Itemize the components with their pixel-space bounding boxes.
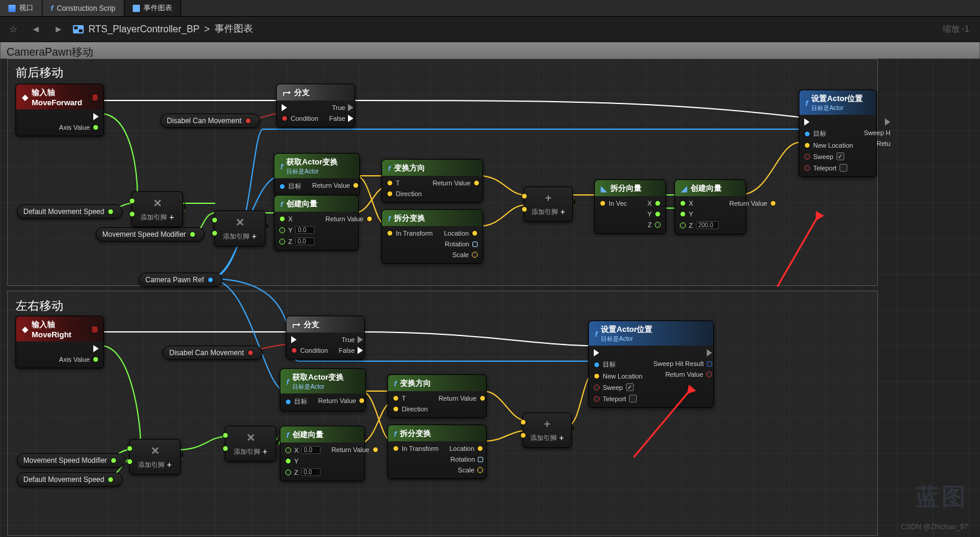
var-speed-modifier-2[interactable]: Movement Speed Modifier	[17, 453, 126, 468]
nav-back-button[interactable]: ◄	[28, 21, 44, 38]
pin-return[interactable]: Return Value	[325, 215, 372, 222]
pin-rotation[interactable]: Rotation	[444, 240, 478, 248]
pin-return[interactable]: Return Value	[312, 182, 359, 189]
get-actor-transform-fwd[interactable]: f获取Actor变换目标是Actor 目标 Return Value	[274, 153, 360, 196]
pin-y[interactable]: Y0.0	[279, 226, 315, 234]
pin-z[interactable]: Z0.0	[279, 237, 315, 245]
teleport-checkbox[interactable]	[839, 164, 847, 172]
multiply-node-2[interactable]: ✕ 添加引脚+	[214, 210, 265, 246]
add-pin-button[interactable]: 添加引脚+	[141, 212, 174, 222]
add-pin-button[interactable]: 添加引脚+	[530, 433, 564, 443]
pin-x[interactable]: X0.0	[285, 446, 320, 454]
pin-return[interactable]: Return Value	[729, 200, 776, 207]
exec-out[interactable]	[864, 118, 891, 126]
exec-out[interactable]	[59, 345, 99, 352]
make-vector-fwd[interactable]: f创建向量 X Y0.0 Z0.0 Return Value	[274, 195, 359, 251]
branch-node-fwd[interactable]: ⮣分支 Condition True False	[276, 84, 355, 127]
pin-in-vec[interactable]: In Vec	[600, 200, 627, 207]
pin-teleport[interactable]: Teleport	[804, 164, 853, 172]
breadcrumb[interactable]: RTS_PlayerController_BP > 事件图表	[73, 23, 253, 35]
pin-x[interactable]: X	[680, 200, 719, 207]
pin-axis-value[interactable]: Axis Value	[59, 124, 99, 131]
transform-direction-fwd[interactable]: f变换方向 T Direction Return Value	[381, 159, 483, 203]
pin-z[interactable]: Z0.0	[285, 468, 320, 476]
pin-y[interactable]: Y	[285, 457, 320, 465]
pin-condition[interactable]: Condition	[291, 347, 328, 354]
pin-true[interactable]: True	[329, 104, 353, 111]
graph-canvas[interactable]: 前后移动 左右移动	[0, 59, 980, 537]
favorite-button[interactable]: ☆	[5, 21, 22, 38]
exec-in[interactable]	[594, 349, 643, 356]
z-input[interactable]: 0.0	[301, 468, 320, 476]
pin-sweep-hit[interactable]: Sweep Hit Result	[654, 360, 712, 367]
pin-y[interactable]: Y	[680, 210, 719, 218]
pin-target[interactable]: 目标	[594, 360, 643, 369]
x-input[interactable]: 0.0	[301, 446, 320, 454]
make-vector-side[interactable]: f创建向量 X0.0 Y Z0.0 Return Value	[280, 426, 365, 481]
pin-teleport[interactable]: Teleport	[594, 395, 643, 402]
pin-true[interactable]: True	[338, 336, 363, 343]
var-disabel-can-movement-2[interactable]: Disabel Can Movement	[163, 346, 262, 360]
pin-sweep-hit[interactable]: Sweep H	[864, 129, 891, 136]
pin-sweep[interactable]: Sweep✓	[804, 152, 853, 160]
break-transform-side[interactable]: f拆分变换 In Transform Location Rotation Sca…	[387, 425, 487, 479]
pin-z[interactable]: Z	[648, 221, 661, 228]
multiply-node-4[interactable]: ✕ 添加引脚+	[225, 426, 276, 462]
teleport-checkbox[interactable]	[629, 395, 637, 402]
get-actor-transform-side[interactable]: f获取Actor变换目标是Actor 目标 Return Value	[280, 368, 366, 411]
y-input[interactable]: 0.0	[295, 226, 315, 234]
pin-return[interactable]: Retu	[864, 140, 891, 147]
nav-fwd-button[interactable]: ►	[50, 21, 67, 38]
var-speed-modifier[interactable]: Movement Speed Modifier	[96, 227, 204, 242]
sweep-checkbox[interactable]: ✓	[626, 383, 634, 391]
var-camera-pawn-ref[interactable]: Camera Pawn Ref	[139, 273, 222, 287]
var-disabel-can-movement[interactable]: Disabel Can Movement	[160, 114, 260, 128]
pin-return[interactable]: Return Value	[331, 446, 378, 453]
pin-new-location[interactable]: New Location	[594, 373, 643, 380]
pin-scale[interactable]: Scale	[450, 466, 484, 474]
event-input-axis-side[interactable]: ◆输入轴MoveRight Axis Value	[16, 316, 104, 368]
event-input-axis-fwd[interactable]: ◆输入轴MoveForward Axis Value	[16, 84, 104, 136]
break-transform-fwd[interactable]: f拆分变换 In Transform Location Rotation Sca…	[381, 209, 483, 264]
add-pin-button[interactable]: 添加引脚+	[223, 231, 257, 241]
sweep-checkbox[interactable]: ✓	[836, 152, 844, 160]
z-input[interactable]: 0.0	[295, 237, 315, 245]
exec-out[interactable]	[59, 113, 99, 120]
pin-direction[interactable]: Direction	[393, 405, 428, 413]
multiply-node-1[interactable]: ✕ 添加引脚+	[132, 191, 183, 227]
pin-target[interactable]: 目标	[279, 182, 301, 191]
set-actor-location-side[interactable]: f设置Actor位置目标是Actor 目标 New Location Sweep…	[588, 321, 714, 408]
make-vector-fixed-fwd[interactable]: ◢创建向量 X Y Z200.0 Return Value	[674, 179, 746, 234]
pin-x[interactable]: X	[279, 215, 315, 222]
pin-target[interactable]: 目标	[804, 129, 853, 138]
exec-in[interactable]	[804, 118, 853, 126]
exec-in[interactable]	[291, 336, 328, 343]
break-vector-fwd[interactable]: ◣拆分向量 In Vec X Y Z	[594, 179, 666, 234]
pin-rotation[interactable]: Rotation	[450, 456, 484, 463]
add-pin-button[interactable]: 添加引脚+	[138, 460, 172, 469]
pin-direction[interactable]: Direction	[387, 190, 422, 197]
pin-location[interactable]: Location	[450, 445, 484, 452]
pin-false[interactable]: False	[329, 115, 353, 122]
pin-scale[interactable]: Scale	[444, 251, 478, 258]
tab-viewport[interactable]: 视口	[0, 0, 42, 16]
pin-false[interactable]: False	[338, 347, 363, 354]
pin-sweep[interactable]: Sweep✓	[594, 383, 643, 391]
pin-in-transform[interactable]: In Transform	[387, 230, 433, 237]
var-default-speed[interactable]: Default Movement Speed	[17, 205, 123, 219]
pin-z[interactable]: Z200.0	[680, 221, 719, 229]
pin-return[interactable]: Return Value	[438, 395, 485, 402]
add-node-fwd[interactable]: + 添加引脚+	[524, 187, 573, 222]
branch-node-side[interactable]: ⮣分支 Condition True False	[286, 316, 365, 359]
tab-construction[interactable]: f Construction Scrip	[42, 0, 124, 16]
pin-return[interactable]: Return Value	[654, 371, 712, 378]
pin-y[interactable]: Y	[648, 210, 661, 218]
exec-in[interactable]	[282, 104, 318, 111]
pin-t[interactable]: T	[387, 179, 422, 187]
transform-direction-side[interactable]: f变换方向 T Direction Return Value	[387, 374, 487, 418]
set-actor-location-fwd[interactable]: f设置Actor位置目标是Actor 目标 New Location Sweep…	[799, 90, 877, 177]
pin-condition[interactable]: Condition	[282, 115, 318, 122]
pin-axis-value[interactable]: Axis Value	[59, 356, 99, 363]
multiply-node-3[interactable]: ✕ 添加引脚+	[129, 439, 181, 475]
z-input[interactable]: 200.0	[696, 221, 719, 229]
